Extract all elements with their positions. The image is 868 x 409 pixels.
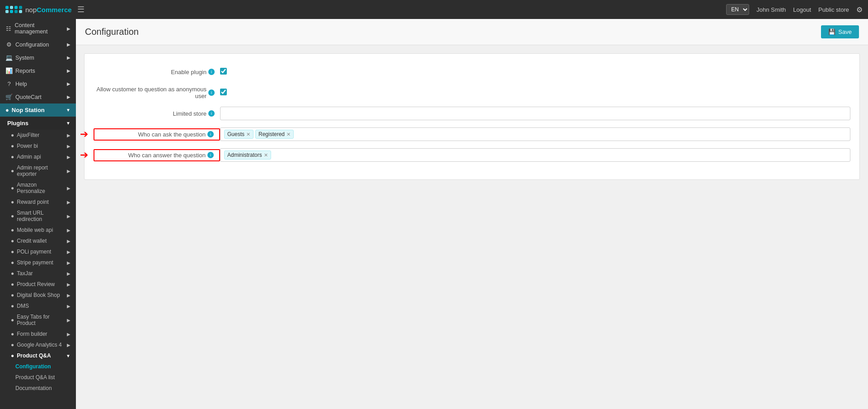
save-button[interactable]: 💾 Save [821,25,859,38]
enable-plugin-checkbox[interactable] [220,68,227,75]
arrow-icon: ▶ [67,293,70,298]
public-store-link[interactable]: Public store [818,6,849,13]
logout-link[interactable]: Logout [793,6,811,13]
allow-anon-row: Allow customer to question as anonymous … [94,85,850,100]
enable-plugin-info-icon[interactable]: i [208,69,215,75]
plugin-item-formbuilder[interactable]: ● Form builder ▶ [0,329,76,339]
plugin-item-taxjar[interactable]: ● TaxJar ▶ [0,268,76,279]
save-icon: 💾 [828,28,835,35]
settings-icon[interactable]: ⚙ [856,5,863,14]
plugin-icon: ● [11,259,14,266]
arrow-icon: ▶ [67,26,70,31]
plugins-header[interactable]: Plugins ▼ [0,117,76,130]
sidebar-item-content-management[interactable]: ☷ Content management ▶ [0,19,76,38]
limited-store-input[interactable] [220,107,850,120]
tag-guests-remove[interactable]: ✕ [246,132,250,137]
page-title: Configuration [85,27,139,37]
plugin-icon: ● [11,227,14,233]
logo-commerce: Commerce [37,6,72,14]
enable-plugin-label: Enable plugin i [94,69,220,75]
plugin-icon: ● [11,331,14,337]
sidebar-item-nop-station[interactable]: ● Nop Station ▼ [0,103,76,117]
limited-store-info-icon[interactable]: i [208,110,215,117]
arrow-icon: ▶ [67,42,70,47]
arrow-icon: ▶ [67,271,70,276]
sidebar-item-quotecart[interactable]: 🛒 QuoteCart ▶ [0,90,76,103]
plugins-label: Plugins [7,120,28,127]
arrow-icon: ▶ [67,55,70,60]
main-content: Configuration 💾 Save Enable plugin i [76,19,868,409]
plugin-icon: ● [11,303,14,309]
help-icon: ? [5,80,13,87]
who-can-answer-row: ➔ Who can answer the question i Administ… [94,148,850,162]
arrow-icon: ▶ [67,332,70,337]
plugin-item-adminapi[interactable]: ● Admin api ▶ [0,151,76,162]
sidebar-item-label: Configuration [15,42,49,48]
save-label: Save [838,28,852,35]
who-can-answer-tag-input[interactable]: Administrators ✕ [220,148,850,162]
tag-administrators-remove[interactable]: ✕ [264,153,268,158]
plugin-sub-item-qa-list[interactable]: Product Q&A list [0,372,76,383]
tag-guests: Guests ✕ [224,130,253,139]
arrow-icon: ▶ [67,94,70,99]
who-can-ask-tag-input[interactable]: Guests ✕ Registered ✕ [220,127,850,141]
plugin-item-adminreport[interactable]: ● Admin report exporter ▶ [0,162,76,179]
arrow-icon: ▶ [67,228,70,233]
arrow-icon: ▶ [67,304,70,309]
plugin-icon: ● [11,281,14,287]
sidebar-item-label: Content management [15,22,64,35]
arrow-icon: ▶ [67,68,70,73]
plugin-item-ajaxfilter[interactable]: ● AjaxFilter ▶ [0,130,76,141]
allow-anon-info-icon[interactable]: i [208,89,215,96]
plugin-item-easytabs[interactable]: ● Easy Tabs for Product ▶ [0,311,76,329]
plugin-icon: ● [11,154,14,160]
content-management-icon: ☷ [5,25,12,32]
plugin-item-dms[interactable]: ● DMS ▶ [0,301,76,311]
plugin-item-googleanalytics[interactable]: ● Google Analytics 4 ▶ [0,339,76,350]
who-can-ask-info-icon[interactable]: i [207,131,214,137]
sidebar-item-help[interactable]: ? Help ▶ [0,77,76,90]
plugin-item-rewardpoint[interactable]: ● Reward point ▶ [0,197,76,207]
sidebar-item-configuration[interactable]: ⚙ Configuration ▶ [0,38,76,51]
configuration-icon: ⚙ [5,41,13,48]
logo-nop: nop [25,6,37,14]
who-can-ask-control: Guests ✕ Registered ✕ [220,127,850,141]
enable-plugin-control [220,68,850,76]
plugin-item-smarturl[interactable]: ● Smart URL redirection ▶ [0,207,76,225]
language-select[interactable]: EN [726,4,749,15]
system-icon: 💻 [5,54,13,61]
arrow-icon: ▶ [67,343,70,348]
quotecart-icon: 🛒 [5,94,13,100]
plugin-icon: ● [11,317,14,323]
plugin-item-productqa[interactable]: ● Product Q&A ▼ [0,350,76,361]
plugin-icon: ● [11,213,14,219]
who-can-ask-row: ➔ Who can ask the question i Guests ✕ Re… [94,127,850,141]
plugin-item-amazon[interactable]: ● Amazon Personalize ▶ [0,179,76,197]
plugin-item-powerbi[interactable]: ● Power bi ▶ [0,141,76,151]
nop-station-icon: ● [5,107,9,113]
productqa-arrow: ▼ [66,353,70,358]
plugin-item-mobilewebapi[interactable]: ● Mobile web api ▶ [0,225,76,235]
plugin-sub-item-documentation[interactable]: Documentation [0,383,76,394]
username: John Smith [756,6,786,13]
plugin-icon: ● [11,353,14,359]
arrow-icon: ▶ [67,144,70,149]
who-can-ask-label: Who can ask the question i [94,128,220,141]
plugin-icon: ● [11,292,14,298]
page-header: Configuration 💾 Save [76,19,868,45]
tag-registered-remove[interactable]: ✕ [286,132,291,137]
plugin-sub-item-configuration[interactable]: Configuration [0,361,76,372]
plugin-item-creditwallet[interactable]: ● Credit wallet ▶ [0,235,76,246]
nop-station-label: Nop Station [12,107,45,113]
config-card: Enable plugin i Allow customer to questi… [84,53,860,180]
plugin-item-stripe[interactable]: ● Stripe payment ▶ [0,257,76,268]
hamburger-menu[interactable]: ☰ [77,5,84,14]
sidebar-item-system[interactable]: 💻 System ▶ [0,51,76,64]
allow-anon-checkbox[interactable] [220,89,227,95]
sidebar-item-reports[interactable]: 📊 Reports ▶ [0,64,76,77]
plugin-item-poli[interactable]: ● POLi payment ▶ [0,246,76,257]
plugin-item-digitalbookshop[interactable]: ● Digital Book Shop ▶ [0,290,76,301]
plugin-item-productreview[interactable]: ● Product Review ▶ [0,279,76,290]
who-can-answer-info-icon[interactable]: i [207,152,214,158]
limited-store-control [220,107,850,120]
